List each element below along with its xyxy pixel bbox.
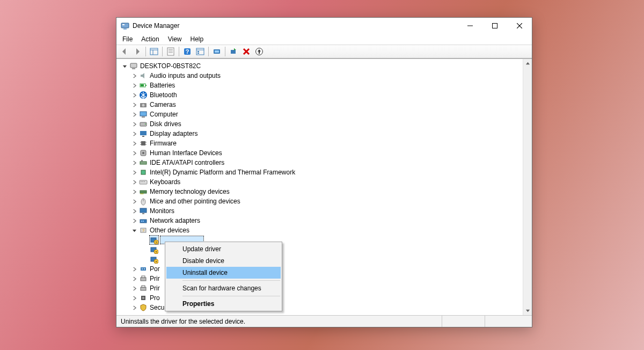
chevron-right-icon[interactable] <box>130 120 138 128</box>
tree-root[interactable]: DESKTOP-0BST82C <box>119 61 523 71</box>
context-update-driver[interactable]: Update driver <box>166 243 281 255</box>
chevron-down-icon[interactable] <box>121 62 128 70</box>
tree-category[interactable]: Firmware <box>119 138 523 148</box>
tree-category-label: Secu <box>150 304 164 311</box>
uninstall-button[interactable] <box>240 46 252 57</box>
svg-rect-53 <box>142 181 143 182</box>
tree-category[interactable]: Bluetooth <box>119 90 523 100</box>
svg-rect-64 <box>141 221 142 222</box>
context-properties[interactable]: Properties <box>166 298 281 310</box>
chevron-right-icon[interactable] <box>130 198 138 205</box>
tree-category[interactable]: Keyboards <box>119 177 523 187</box>
chevron-right-icon[interactable] <box>130 111 138 118</box>
scroll-down-button[interactable] <box>523 306 532 315</box>
menu-file[interactable]: File <box>119 34 136 44</box>
tree-category[interactable]: Network adapters <box>119 216 523 225</box>
tree-category[interactable]: Mice and other pointing devices <box>119 196 523 206</box>
forward-button[interactable] <box>131 46 143 57</box>
display-icon <box>139 129 148 138</box>
svg-rect-58 <box>143 193 143 194</box>
chevron-right-icon[interactable] <box>130 304 138 311</box>
context-scan-hardware[interactable]: Scan for hardware changes <box>166 282 281 294</box>
minimize-button[interactable] <box>458 18 482 34</box>
svg-rect-10 <box>167 48 174 55</box>
svg-rect-62 <box>142 213 144 214</box>
tree-category[interactable]: Display adapters <box>119 129 523 138</box>
chevron-right-icon[interactable] <box>130 178 138 186</box>
chevron-right-icon[interactable] <box>130 101 138 108</box>
svg-rect-56 <box>141 193 141 194</box>
context-disable-device[interactable]: Disable device <box>166 255 281 267</box>
svg-rect-2 <box>123 28 127 30</box>
show-hide-tree-button[interactable] <box>148 46 160 57</box>
chevron-right-icon[interactable] <box>130 149 138 157</box>
chevron-right-icon[interactable] <box>130 130 138 137</box>
svg-rect-48 <box>140 162 147 164</box>
thermal-icon <box>139 168 148 177</box>
tree-category-label: Firmware <box>150 140 177 147</box>
chevron-down-icon[interactable] <box>130 227 138 234</box>
tree-category[interactable]: Memory technology devices <box>119 187 523 196</box>
tree-category[interactable]: ?Other devices <box>119 225 523 235</box>
chevron-right-icon[interactable] <box>130 188 138 195</box>
chevron-right-icon[interactable] <box>130 82 138 89</box>
settings-list-button[interactable] <box>194 46 206 57</box>
chevron-right-icon[interactable] <box>130 91 138 99</box>
tree-category[interactable]: Monitors <box>119 206 523 216</box>
chevron-right-icon[interactable] <box>130 159 138 166</box>
tree-category[interactable]: Computer <box>119 110 523 119</box>
tree-category[interactable]: Disk drives <box>119 119 523 129</box>
chevron-right-icon[interactable] <box>130 207 138 215</box>
other-icon: ? <box>139 226 148 235</box>
menu-action[interactable]: Action <box>137 34 163 44</box>
chevron-right-icon[interactable] <box>130 285 138 292</box>
svg-rect-83 <box>142 286 145 287</box>
up-button[interactable] <box>253 46 265 57</box>
chevron-right-icon[interactable] <box>130 169 138 176</box>
tree-category-label: Human Interface Devices <box>150 149 222 157</box>
svg-rect-21 <box>215 50 219 53</box>
chevron-right-icon[interactable] <box>130 275 138 282</box>
svg-rect-50 <box>141 170 145 174</box>
tree-category-label: Prir <box>150 285 160 292</box>
tree-category[interactable]: Cameras <box>119 100 523 110</box>
svg-point-34 <box>142 104 145 107</box>
svg-rect-57 <box>142 193 142 194</box>
tree-category-label: IDE ATA/ATAPI controllers <box>150 159 224 166</box>
svg-point-38 <box>145 123 146 125</box>
security-icon <box>139 303 148 312</box>
context-uninstall-device[interactable]: Uninstall device <box>166 267 281 279</box>
svg-rect-85 <box>142 297 144 299</box>
tree-category[interactable]: IDE ATA/ATAPI controllers <box>119 158 523 167</box>
vertical-scrollbar[interactable] <box>523 59 532 315</box>
tree-category[interactable]: Human Interface Devices <box>119 148 523 158</box>
scroll-track[interactable] <box>523 68 532 306</box>
menu-view[interactable]: View <box>164 34 186 44</box>
svg-rect-40 <box>142 136 144 137</box>
window-buttons <box>458 18 532 34</box>
tree-category[interactable]: Audio inputs and outputs <box>119 71 523 81</box>
scroll-up-button[interactable] <box>523 59 532 68</box>
maximize-button[interactable] <box>482 18 507 34</box>
svg-rect-65 <box>143 221 144 222</box>
chevron-right-icon[interactable] <box>130 294 138 302</box>
tree-category[interactable]: Batteries <box>119 81 523 90</box>
tree-category[interactable]: Intel(R) Dynamic Platform and Thermal Fr… <box>119 167 523 177</box>
tree-category-label: Pro <box>150 294 160 302</box>
update-driver-button[interactable] <box>211 46 223 57</box>
chevron-right-icon[interactable] <box>130 265 138 273</box>
chevron-right-icon[interactable] <box>130 72 138 79</box>
properties-button[interactable] <box>165 46 177 57</box>
svg-rect-18 <box>197 51 199 52</box>
svg-rect-23 <box>234 48 235 50</box>
printer-icon <box>139 284 148 293</box>
toolbar-separator <box>208 47 209 56</box>
scan-hardware-button[interactable] <box>228 46 239 57</box>
close-button[interactable] <box>507 18 532 34</box>
statusbar: Uninstalls the driver for the selected d… <box>116 315 532 327</box>
chevron-right-icon[interactable] <box>130 140 138 147</box>
help-button[interactable]: ? <box>181 46 193 57</box>
back-button[interactable] <box>119 46 130 57</box>
chevron-right-icon[interactable] <box>130 217 138 224</box>
menu-help[interactable]: Help <box>187 34 208 44</box>
